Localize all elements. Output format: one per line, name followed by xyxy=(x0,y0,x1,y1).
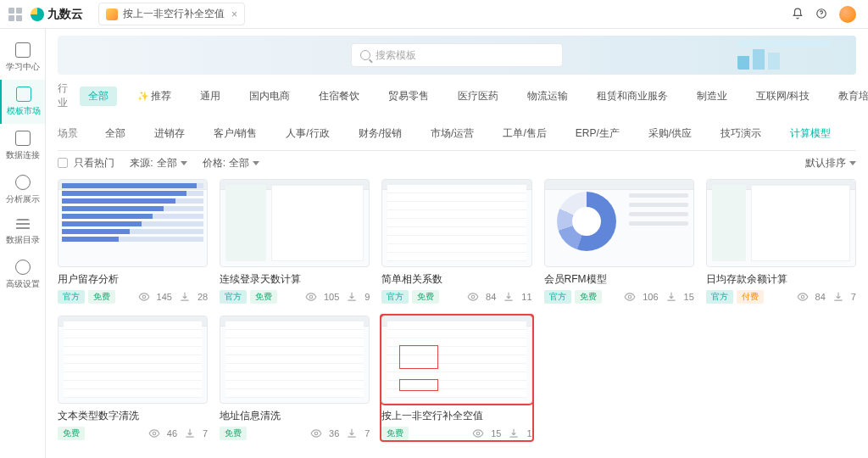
svg-point-4 xyxy=(471,295,475,299)
source-dropdown[interactable]: 来源: 全部 xyxy=(130,156,186,170)
search-placeholder: 搜索模板 xyxy=(376,48,416,63)
filter-item[interactable]: 医疗医药 xyxy=(449,87,507,106)
card-tags: 免费 xyxy=(220,427,250,440)
price-value: 全部 xyxy=(229,156,249,170)
svg-point-7 xyxy=(153,432,156,435)
chevron-down-icon xyxy=(181,161,187,165)
close-icon[interactable]: × xyxy=(231,8,237,20)
card-meta: 官方免费 106 15 xyxy=(544,290,694,304)
download-count: 11 xyxy=(521,292,531,302)
filter-item[interactable]: 市场/运营 xyxy=(422,124,482,143)
filter-item[interactable]: 物流运输 xyxy=(519,87,576,106)
filter-item[interactable]: 贸易零售 xyxy=(380,87,437,106)
card-tags: 官方免费 xyxy=(220,290,281,304)
download-count: 28 xyxy=(198,292,208,302)
sort-dropdown[interactable]: 默认排序 xyxy=(805,156,856,170)
eye-icon xyxy=(310,427,322,439)
filter-item[interactable]: 财务/报销 xyxy=(350,124,410,143)
card-tags: 官方免费 xyxy=(381,290,442,304)
filter-item[interactable]: 客户/销售 xyxy=(205,124,265,143)
search-input[interactable]: 搜索模板 xyxy=(351,43,563,67)
source-label: 来源: xyxy=(130,156,153,170)
download-count: 7 xyxy=(203,428,208,438)
download-icon xyxy=(179,291,191,303)
bell-icon[interactable] xyxy=(792,8,804,20)
card-title: 日均存款余额计算 xyxy=(706,272,856,287)
filter-item[interactable]: 全部 xyxy=(80,87,117,106)
filter-item[interactable]: 工单/售后 xyxy=(494,124,554,143)
filter-item[interactable]: 国内电商 xyxy=(241,87,298,106)
eye-icon xyxy=(624,291,636,303)
template-card[interactable]: 用户留存分析 官方免费 145 28 xyxy=(58,179,208,304)
download-count: 1 xyxy=(526,428,531,438)
sidebar-item-label: 高级设置 xyxy=(6,278,40,290)
filter-item[interactable]: 教育培训 xyxy=(830,87,868,106)
sidebar-item-label: 模板市场 xyxy=(7,105,41,117)
svg-point-9 xyxy=(476,432,480,435)
filter-item[interactable]: 互联网/科技 xyxy=(748,87,818,106)
svg-point-5 xyxy=(628,295,632,299)
sidebar-item-catalog[interactable]: 数据目录 xyxy=(0,212,45,253)
template-card[interactable]: 连续登录天数计算 官方免费 105 9 xyxy=(220,179,370,304)
template-card[interactable]: 会员RFM模型 官方免费 106 15 xyxy=(544,179,694,304)
template-card[interactable]: 文本类型数字清洗 免费 46 7 xyxy=(58,316,208,440)
sidebar: 学习中心 模板市场 数据连接 分析展示 数据目录 高级设置 xyxy=(0,29,46,458)
filter-row-scene: 场景 全部进销存客户/销售人事/行政财务/报销市场/运营工单/售后ERP/生产采… xyxy=(58,117,856,150)
views-count: 36 xyxy=(329,428,339,438)
svg-point-1 xyxy=(821,15,822,16)
filter-item[interactable]: 住宿餐饮 xyxy=(310,87,368,106)
filter-item[interactable]: 通用 xyxy=(192,87,229,106)
card-meta: 免费 15 1 xyxy=(381,427,531,440)
download-icon xyxy=(503,291,515,303)
tag-free: 免费 xyxy=(58,427,85,440)
template-card[interactable]: 日均存款余额计算 官方付费 84 7 xyxy=(706,179,856,304)
card-title: 会员RFM模型 xyxy=(544,272,694,287)
eye-icon xyxy=(472,427,484,439)
sidebar-item-label: 数据连接 xyxy=(6,149,40,161)
filter-item[interactable]: 全部 xyxy=(97,124,134,143)
download-icon xyxy=(346,291,358,303)
avatar[interactable] xyxy=(839,6,856,23)
brand[interactable]: 九数云 xyxy=(31,7,83,22)
gear-icon xyxy=(15,260,31,275)
source-value: 全部 xyxy=(157,156,177,170)
filter-item[interactable]: 计算模型 xyxy=(782,124,839,143)
filter-item[interactable]: 技巧演示 xyxy=(712,124,770,143)
sidebar-item-connect[interactable]: 数据连接 xyxy=(0,124,45,168)
filter-item[interactable]: 进销存 xyxy=(146,124,193,143)
sidebar-item-settings[interactable]: 高级设置 xyxy=(0,253,45,297)
filter-item[interactable]: 制造业 xyxy=(688,87,736,106)
list-icon xyxy=(16,219,30,231)
card-tags: 免费 xyxy=(381,427,412,440)
chevron-down-icon xyxy=(253,161,259,165)
card-thumbnail xyxy=(220,316,370,404)
filter-row-industry: 行业 全部推荐通用国内电商住宿餐饮贸易零售医疗医药物流运输租赁和商业服务制造业互… xyxy=(58,75,856,117)
workspace-tab[interactable]: 按上一非空行补全空值 × xyxy=(98,3,245,25)
card-title: 用户留存分析 xyxy=(58,272,208,287)
views-count: 84 xyxy=(815,292,826,302)
tab-label: 按上一非空行补全空值 xyxy=(123,7,225,21)
apps-icon[interactable] xyxy=(8,8,22,21)
search-icon xyxy=(360,50,370,60)
filter-item[interactable]: 采购/供应 xyxy=(640,124,700,143)
eye-icon xyxy=(467,291,479,303)
filter-item[interactable]: 租赁和商业服务 xyxy=(588,87,676,106)
brand-logo-icon xyxy=(31,8,44,21)
sidebar-item-learn[interactable]: 学习中心 xyxy=(0,36,45,80)
card-thumbnail xyxy=(58,316,208,404)
template-card[interactable]: 按上一非空行补全空值 免费 15 1 xyxy=(381,316,531,440)
template-card[interactable]: 地址信息清洗 免费 36 7 xyxy=(220,316,370,440)
price-dropdown[interactable]: 价格: 全部 xyxy=(203,156,259,170)
template-card[interactable]: 简单相关系数 官方免费 84 11 xyxy=(381,179,531,304)
filter-item[interactable]: 推荐 xyxy=(129,87,180,106)
hot-only-checkbox[interactable]: 只看热门 xyxy=(58,156,114,170)
download-count: 15 xyxy=(684,292,694,302)
eye-icon xyxy=(148,427,160,439)
tag-official: 官方 xyxy=(381,290,409,304)
card-meta: 官方付费 84 7 xyxy=(706,290,856,304)
filter-item[interactable]: 人事/行政 xyxy=(277,124,337,143)
filter-item[interactable]: ERP/生产 xyxy=(567,124,628,143)
help-icon[interactable] xyxy=(815,8,827,20)
sidebar-item-market[interactable]: 模板市场 xyxy=(0,80,45,124)
sidebar-item-analysis[interactable]: 分析展示 xyxy=(0,168,45,212)
